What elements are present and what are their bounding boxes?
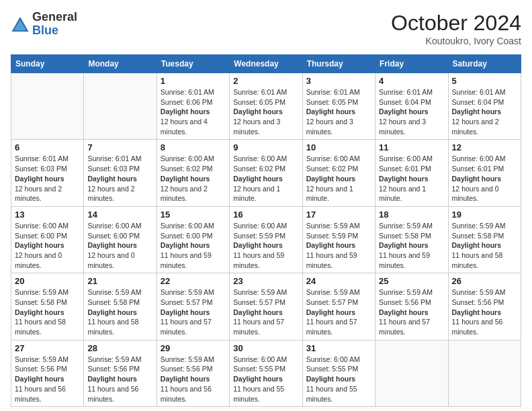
calendar-cell: 17Sunrise: 5:59 AMSunset: 5:59 PMDayligh… (302, 206, 375, 273)
day-number: 4 (379, 76, 444, 86)
day-info: Sunrise: 6:00 AMSunset: 6:02 PMDaylight … (161, 154, 226, 203)
day-number: 14 (87, 210, 152, 220)
day-number: 17 (306, 210, 371, 220)
day-number: 5 (452, 76, 517, 86)
day-number: 21 (87, 276, 152, 286)
day-info: Sunrise: 5:59 AMSunset: 5:56 PMDaylight … (379, 287, 444, 336)
day-info: Sunrise: 6:00 AMSunset: 5:55 PMDaylight … (306, 355, 371, 404)
day-info: Sunrise: 5:59 AMSunset: 5:58 PMDaylight … (87, 287, 152, 336)
calendar-cell (11, 73, 84, 140)
calendar-cell: 29Sunrise: 5:59 AMSunset: 5:56 PMDayligh… (157, 340, 229, 406)
calendar-cell: 8Sunrise: 6:00 AMSunset: 6:02 PMDaylight… (157, 140, 229, 206)
day-info: Sunrise: 5:59 AMSunset: 5:57 PMDaylight … (306, 287, 371, 336)
calendar-cell: 23Sunrise: 5:59 AMSunset: 5:57 PMDayligh… (230, 273, 302, 340)
day-number: 29 (161, 343, 226, 353)
day-number: 19 (452, 210, 517, 220)
calendar-cell: 1Sunrise: 6:01 AMSunset: 6:06 PMDaylight… (157, 73, 229, 140)
day-number: 8 (161, 142, 226, 152)
day-number: 24 (306, 276, 371, 286)
day-info: Sunrise: 6:01 AMSunset: 6:03 PMDaylight … (15, 154, 80, 203)
calendar-cell (375, 340, 448, 406)
day-number: 10 (306, 142, 371, 152)
calendar-cell: 15Sunrise: 6:00 AMSunset: 6:00 PMDayligh… (157, 206, 229, 273)
day-number: 11 (379, 142, 444, 152)
day-info: Sunrise: 6:01 AMSunset: 6:06 PMDaylight … (161, 87, 226, 136)
calendar-cell: 31Sunrise: 6:00 AMSunset: 5:55 PMDayligh… (302, 340, 375, 406)
calendar-cell: 2Sunrise: 6:01 AMSunset: 6:05 PMDaylight… (230, 73, 302, 140)
calendar-cell: 9Sunrise: 6:00 AMSunset: 6:02 PMDaylight… (230, 140, 302, 206)
week-row: 6Sunrise: 6:01 AMSunset: 6:03 PMDaylight… (11, 140, 521, 206)
weekday-header: Friday (375, 55, 448, 73)
day-info: Sunrise: 6:00 AMSunset: 6:02 PMDaylight … (306, 154, 371, 203)
title-block: October 2024 Koutoukro, Ivory Coast (391, 11, 521, 46)
day-info: Sunrise: 6:01 AMSunset: 6:04 PMDaylight … (379, 87, 444, 136)
calendar-cell: 19Sunrise: 5:59 AMSunset: 5:58 PMDayligh… (448, 206, 521, 273)
day-number: 18 (379, 210, 444, 220)
day-number: 25 (379, 276, 444, 286)
calendar-cell: 14Sunrise: 6:00 AMSunset: 6:00 PMDayligh… (84, 206, 157, 273)
day-number: 20 (15, 276, 80, 286)
logo-text: General Blue (32, 11, 77, 38)
week-row: 27Sunrise: 5:59 AMSunset: 5:56 PMDayligh… (11, 340, 521, 406)
calendar-cell: 30Sunrise: 6:00 AMSunset: 5:55 PMDayligh… (230, 340, 302, 406)
day-info: Sunrise: 6:01 AMSunset: 6:03 PMDaylight … (87, 154, 152, 203)
day-number: 16 (233, 210, 298, 220)
calendar-cell: 18Sunrise: 5:59 AMSunset: 5:58 PMDayligh… (375, 206, 448, 273)
day-number: 26 (452, 276, 517, 286)
day-info: Sunrise: 5:59 AMSunset: 5:56 PMDaylight … (87, 355, 152, 404)
calendar-cell: 16Sunrise: 6:00 AMSunset: 5:59 PMDayligh… (230, 206, 302, 273)
day-info: Sunrise: 5:59 AMSunset: 5:58 PMDaylight … (452, 221, 517, 270)
day-number: 15 (161, 210, 226, 220)
calendar-cell: 24Sunrise: 5:59 AMSunset: 5:57 PMDayligh… (302, 273, 375, 340)
weekday-header: Thursday (302, 55, 375, 73)
calendar-cell: 28Sunrise: 5:59 AMSunset: 5:56 PMDayligh… (84, 340, 157, 406)
day-info: Sunrise: 6:00 AMSunset: 6:01 PMDaylight … (379, 154, 444, 203)
day-info: Sunrise: 5:59 AMSunset: 5:57 PMDaylight … (233, 287, 298, 336)
calendar-cell: 21Sunrise: 5:59 AMSunset: 5:58 PMDayligh… (84, 273, 157, 340)
day-number: 23 (233, 276, 298, 286)
day-number: 9 (233, 142, 298, 152)
calendar-cell: 11Sunrise: 6:00 AMSunset: 6:01 PMDayligh… (375, 140, 448, 206)
day-number: 7 (87, 142, 152, 152)
month-title: October 2024 (391, 11, 521, 36)
calendar-cell: 13Sunrise: 6:00 AMSunset: 6:00 PMDayligh… (11, 206, 84, 273)
week-row: 13Sunrise: 6:00 AMSunset: 6:00 PMDayligh… (11, 206, 521, 273)
day-info: Sunrise: 5:59 AMSunset: 5:56 PMDaylight … (452, 287, 517, 336)
day-info: Sunrise: 6:00 AMSunset: 6:00 PMDaylight … (161, 221, 226, 270)
weekday-header: Saturday (448, 55, 521, 73)
calendar-cell: 26Sunrise: 5:59 AMSunset: 5:56 PMDayligh… (448, 273, 521, 340)
calendar-header-row: SundayMondayTuesdayWednesdayThursdayFrid… (11, 55, 521, 73)
weekday-header: Monday (84, 55, 157, 73)
day-info: Sunrise: 6:01 AMSunset: 6:05 PMDaylight … (233, 87, 298, 136)
week-row: 1Sunrise: 6:01 AMSunset: 6:06 PMDaylight… (11, 73, 521, 140)
day-number: 2 (233, 76, 298, 86)
day-info: Sunrise: 5:59 AMSunset: 5:57 PMDaylight … (161, 287, 226, 336)
day-number: 13 (15, 210, 80, 220)
day-info: Sunrise: 6:00 AMSunset: 6:02 PMDaylight … (233, 154, 298, 203)
day-number: 30 (233, 343, 298, 353)
calendar-cell (448, 340, 521, 406)
page-header: General Blue October 2024 Koutoukro, Ivo… (11, 11, 521, 46)
weekday-header: Sunday (11, 55, 84, 73)
day-number: 28 (87, 343, 152, 353)
calendar-cell: 5Sunrise: 6:01 AMSunset: 6:04 PMDaylight… (448, 73, 521, 140)
calendar-cell: 7Sunrise: 6:01 AMSunset: 6:03 PMDaylight… (84, 140, 157, 206)
day-number: 6 (15, 142, 80, 152)
calendar-cell (84, 73, 157, 140)
weekday-header: Tuesday (157, 55, 229, 73)
calendar-cell: 27Sunrise: 5:59 AMSunset: 5:56 PMDayligh… (11, 340, 84, 406)
calendar-cell: 22Sunrise: 5:59 AMSunset: 5:57 PMDayligh… (157, 273, 229, 340)
calendar-cell: 6Sunrise: 6:01 AMSunset: 6:03 PMDaylight… (11, 140, 84, 206)
day-number: 22 (161, 276, 226, 286)
week-row: 20Sunrise: 5:59 AMSunset: 5:58 PMDayligh… (11, 273, 521, 340)
calendar-cell: 4Sunrise: 6:01 AMSunset: 6:04 PMDaylight… (375, 73, 448, 140)
logo-icon (11, 15, 30, 34)
day-number: 3 (306, 76, 371, 86)
weekday-header: Wednesday (230, 55, 302, 73)
calendar-cell: 20Sunrise: 5:59 AMSunset: 5:58 PMDayligh… (11, 273, 84, 340)
calendar-cell: 3Sunrise: 6:01 AMSunset: 6:05 PMDaylight… (302, 73, 375, 140)
day-number: 31 (306, 343, 371, 353)
day-info: Sunrise: 6:01 AMSunset: 6:05 PMDaylight … (306, 87, 371, 136)
day-info: Sunrise: 6:00 AMSunset: 6:00 PMDaylight … (15, 221, 80, 270)
day-info: Sunrise: 6:00 AMSunset: 6:00 PMDaylight … (87, 221, 152, 270)
